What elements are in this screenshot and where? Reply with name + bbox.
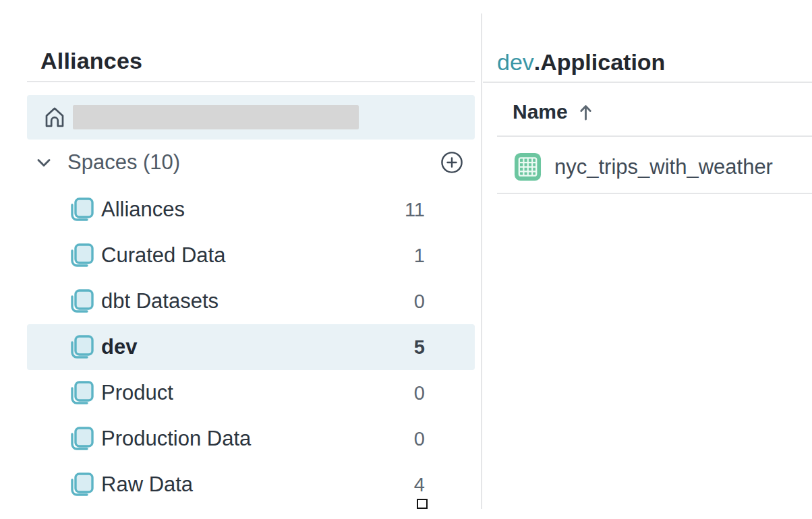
panel-divider [481, 13, 482, 509]
space-name: dbt Datasets [101, 289, 219, 313]
space-list: Alliances 11 Curated Data 1 dbt Datasets… [27, 187, 475, 508]
space-icon [67, 241, 94, 270]
table-grid-icon [514, 152, 542, 181]
dataset-row[interactable]: nyc_trips_with_weather [514, 152, 773, 181]
home-label-placeholder [73, 105, 359, 129]
spaces-section-label: Spaces (10) [67, 150, 180, 175]
sidebar-title-divider [27, 81, 475, 82]
space-row-dev[interactable]: dev 5 [27, 324, 475, 370]
home-icon [42, 104, 67, 130]
space-count: 11 [405, 199, 425, 221]
space-row-production-data[interactable]: Production Data 0 [27, 416, 475, 462]
space-icon [67, 425, 94, 453]
space-count: 5 [414, 336, 425, 359]
space-icon [67, 287, 94, 315]
spaces-section-header: Spaces (10) [27, 140, 475, 185]
breadcrumb-separator: . [534, 49, 540, 75]
table-row-divider [497, 193, 812, 194]
space-icon [67, 470, 94, 499]
space-count: 4 [414, 474, 425, 496]
space-count: 0 [414, 291, 425, 313]
sidebar-title: Alliances [40, 48, 142, 74]
column-header-label: Name [513, 100, 568, 123]
space-name: Raw Data [101, 472, 193, 497]
space-row-raw-data[interactable]: Raw Data 4 [27, 462, 475, 508]
space-row-alliances[interactable]: Alliances 11 [27, 187, 475, 233]
arrow-up-icon [579, 102, 593, 122]
column-header-name[interactable]: Name [513, 99, 593, 125]
dataset-name: nyc_trips_with_weather [554, 155, 773, 179]
home-row[interactable] [27, 95, 475, 140]
breadcrumb-entity: Application [540, 49, 665, 75]
small-square-artifact [417, 499, 428, 509]
space-row-product[interactable]: Product 0 [27, 370, 475, 416]
space-row-dbt-datasets[interactable]: dbt Datasets 0 [27, 278, 475, 324]
breadcrumb: dev.Application [497, 49, 665, 75]
space-name: dev [101, 335, 137, 359]
space-name: Product [101, 381, 173, 405]
space-count: 1 [414, 245, 425, 267]
breadcrumb-space[interactable]: dev [497, 49, 534, 75]
space-icon [67, 195, 94, 224]
chevron-down-icon[interactable] [35, 154, 53, 171]
table-header-divider [497, 135, 812, 137]
space-count: 0 [414, 382, 425, 404]
space-count: 0 [414, 428, 425, 450]
space-row-curated-data[interactable]: Curated Data 1 [27, 233, 475, 278]
space-name: Alliances [101, 197, 185, 222]
space-name: Production Data [101, 427, 251, 451]
content-title-divider [483, 82, 812, 83]
space-icon [67, 333, 94, 361]
space-name: Curated Data [101, 243, 225, 268]
plus-circle-icon[interactable] [440, 150, 464, 175]
space-icon [67, 379, 94, 407]
